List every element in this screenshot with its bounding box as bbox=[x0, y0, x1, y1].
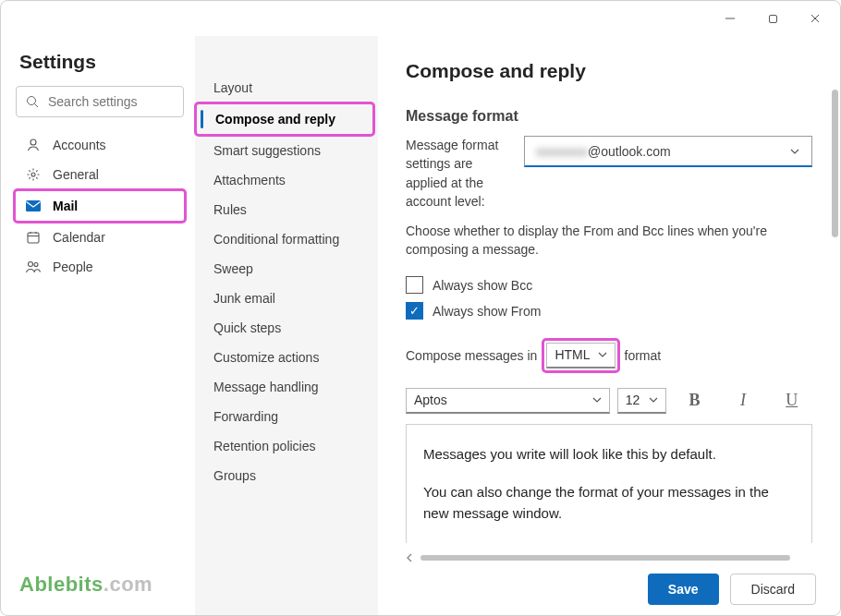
titlebar bbox=[1, 1, 840, 36]
svg-rect-1 bbox=[769, 15, 776, 22]
subnav-item-rules[interactable]: Rules bbox=[195, 195, 378, 224]
discard-button-label: Discard bbox=[751, 582, 795, 597]
font-toolbar: Aptos 12 B I U bbox=[406, 387, 812, 415]
font-size-select[interactable]: 12 bbox=[617, 388, 666, 414]
subnav-item-junk-email[interactable]: Junk email bbox=[195, 284, 378, 313]
account-level-label: Message format settings are applied at t… bbox=[406, 136, 507, 211]
subnav-item-sweep[interactable]: Sweep bbox=[195, 254, 378, 284]
subnav-item-conditional-formatting[interactable]: Conditional formatting bbox=[195, 224, 378, 254]
people-icon bbox=[25, 260, 42, 274]
account-masked-name: xxxxxxxx bbox=[536, 144, 588, 159]
subnav-item-compose-and-reply[interactable]: Compose and reply bbox=[197, 104, 372, 134]
font-family-value: Aptos bbox=[414, 393, 447, 407]
message-preview: Messages you write will look like this b… bbox=[406, 424, 812, 543]
subnav-item-label: Junk email bbox=[213, 291, 275, 306]
subnav-item-label: Customize actions bbox=[213, 350, 319, 365]
from-bcc-helptext: Choose whether to display the From and B… bbox=[406, 222, 794, 260]
subnav-item-label: Conditional formatting bbox=[213, 232, 339, 247]
font-family-select[interactable]: Aptos bbox=[406, 388, 610, 414]
main-scroll-area: Compose and reply Message format Message… bbox=[378, 36, 840, 547]
compose-format-row: Compose messages in HTML format bbox=[406, 341, 812, 370]
svg-point-4 bbox=[28, 97, 36, 105]
search-input[interactable] bbox=[48, 94, 174, 109]
always-show-bcc-checkbox[interactable]: Always show Bcc bbox=[406, 272, 812, 298]
subnav-item-retention-policies[interactable]: Retention policies bbox=[195, 431, 378, 461]
subnav-item-customize-actions[interactable]: Customize actions bbox=[195, 343, 378, 372]
save-button-label: Save bbox=[668, 582, 699, 597]
subnav-item-label: Sweep bbox=[213, 261, 253, 276]
brand-watermark: Ablebits.com bbox=[16, 573, 184, 606]
page-title: Compose and reply bbox=[406, 60, 812, 82]
discard-button[interactable]: Discard bbox=[730, 574, 816, 605]
always-show-from-checkbox[interactable]: ✓ Always show From bbox=[406, 298, 812, 324]
account-select[interactable]: xxxxxxxx@outlook.com bbox=[524, 136, 812, 167]
account-level-row: Message format settings are applied at t… bbox=[406, 136, 812, 211]
search-icon bbox=[26, 95, 39, 108]
primary-sidebar: Settings Accounts General bbox=[1, 36, 195, 615]
checkbox-checked-icon: ✓ bbox=[406, 302, 423, 320]
svg-point-6 bbox=[30, 139, 36, 145]
compose-format-prefix: Compose messages in bbox=[406, 348, 537, 363]
sidebar-item-people[interactable]: People bbox=[16, 252, 184, 282]
window-close-button[interactable] bbox=[794, 4, 836, 33]
italic-icon: I bbox=[740, 391, 746, 410]
checkbox-icon bbox=[406, 276, 423, 294]
svg-point-14 bbox=[34, 263, 38, 267]
checkbox-label: Always show Bcc bbox=[433, 278, 532, 293]
search-settings-field[interactable] bbox=[16, 86, 184, 117]
subnav-item-groups[interactable]: Groups bbox=[195, 461, 378, 490]
subnav-item-attachments[interactable]: Attachments bbox=[195, 165, 378, 195]
sidebar-item-label: People bbox=[53, 260, 93, 274]
chevron-left-icon bbox=[406, 553, 415, 562]
italic-button[interactable]: I bbox=[723, 387, 764, 415]
person-icon bbox=[25, 138, 42, 152]
footer-buttons: Save Discard bbox=[378, 563, 840, 615]
preview-line: Messages you write will look like this b… bbox=[423, 443, 795, 465]
bold-button[interactable]: B bbox=[674, 387, 715, 415]
gear-icon bbox=[25, 167, 42, 182]
close-icon bbox=[810, 13, 821, 24]
account-domain: @outlook.com bbox=[588, 144, 671, 159]
settings-window: Settings Accounts General bbox=[0, 0, 841, 616]
save-button[interactable]: Save bbox=[648, 574, 719, 605]
svg-rect-9 bbox=[28, 233, 39, 243]
vertical-scrollbar[interactable] bbox=[832, 90, 838, 237]
horizontal-scrollbar-track[interactable] bbox=[406, 552, 812, 563]
sidebar-item-label: Calendar bbox=[53, 230, 105, 245]
sidebar-item-mail[interactable]: Mail bbox=[16, 191, 184, 221]
chevron-down-icon bbox=[789, 146, 800, 157]
subnav-item-message-handling[interactable]: Message handling bbox=[195, 372, 378, 402]
subnav-item-smart-suggestions[interactable]: Smart suggestions bbox=[195, 136, 378, 165]
compose-format-highlight: HTML bbox=[544, 341, 616, 370]
window-maximize-button[interactable] bbox=[751, 4, 794, 33]
chevron-down-icon bbox=[592, 395, 602, 405]
svg-rect-8 bbox=[26, 200, 41, 211]
subnav-item-label: Smart suggestions bbox=[213, 143, 321, 158]
subnav-item-label: Compose and reply bbox=[215, 112, 335, 127]
compose-format-suffix: format bbox=[625, 348, 662, 363]
subnav-item-layout[interactable]: Layout bbox=[195, 73, 378, 103]
settings-body: Settings Accounts General bbox=[1, 36, 840, 615]
compose-format-value: HTML bbox=[555, 347, 590, 362]
svg-point-13 bbox=[29, 262, 33, 267]
sidebar-item-label: General bbox=[53, 167, 99, 182]
subnav-item-label: Retention policies bbox=[213, 439, 316, 453]
section-heading: Message format bbox=[406, 108, 812, 125]
compose-format-select[interactable]: HTML bbox=[546, 343, 615, 368]
sidebar-item-calendar[interactable]: Calendar bbox=[16, 223, 184, 252]
svg-point-7 bbox=[31, 173, 35, 176]
underline-button[interactable]: U bbox=[771, 387, 812, 415]
subnav-item-forwarding[interactable]: Forwarding bbox=[195, 402, 378, 431]
mail-icon bbox=[25, 199, 42, 212]
window-minimize-button[interactable] bbox=[709, 4, 751, 33]
minimize-icon bbox=[725, 13, 736, 24]
subnav-item-label: Message handling bbox=[213, 380, 319, 394]
chevron-down-icon bbox=[598, 350, 607, 359]
sidebar-item-general[interactable]: General bbox=[16, 160, 184, 189]
sidebar-item-accounts[interactable]: Accounts bbox=[16, 130, 184, 160]
underline-icon: U bbox=[786, 391, 798, 410]
subnav-item-label: Quick steps bbox=[213, 320, 281, 335]
subnav-item-quick-steps[interactable]: Quick steps bbox=[195, 313, 378, 343]
horizontal-scrollbar-thumb[interactable] bbox=[420, 555, 790, 561]
secondary-sidebar: Layout Compose and reply Smart suggestio… bbox=[195, 36, 378, 615]
